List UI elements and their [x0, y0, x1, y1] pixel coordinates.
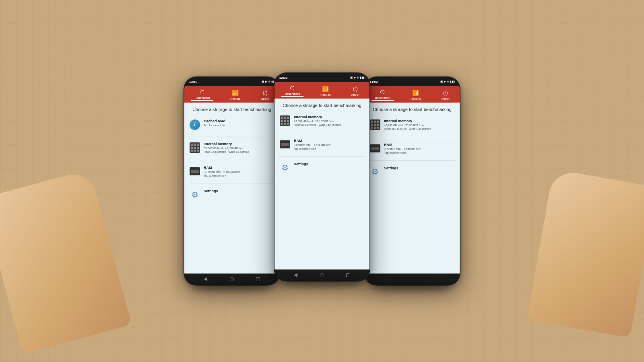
- settings-icon-2: ⚙: [279, 162, 291, 173]
- ram-icon-1: [189, 166, 200, 177]
- ram-item-2[interactable]: RAM 3,650MB total · 1,516MB free Tap to …: [279, 137, 365, 152]
- internal-memory-icon-3: [369, 119, 381, 130]
- gear-icon-1: ⚙: [190, 189, 200, 200]
- about-icon-3: ⟨/⟩: [443, 90, 448, 97]
- ram-name-3: RAM: [384, 143, 421, 147]
- settings-item-1[interactable]: ⚙ Settings: [189, 187, 275, 202]
- phone-shadow-1: [192, 284, 272, 292]
- internal-memory-text-2: Internal memory 43,698MB total · 22,162M…: [294, 115, 341, 127]
- ram-name-2: RAM: [294, 139, 330, 143]
- cached-read-name: Cached read: [204, 119, 225, 123]
- ram-name-1: RAM: [204, 166, 240, 170]
- gear-icon-3: ⚙: [370, 167, 380, 177]
- ram-icon-2: [279, 139, 291, 150]
- page-title-2: Choose a storage to start benchmarking: [279, 103, 365, 109]
- internal-memory-item-2[interactable]: Internal memory 43,698MB total · 22,162M…: [279, 113, 365, 128]
- status-time-3: 14:02: [369, 80, 378, 84]
- phone-1-wrapper: 13:58 ▣ ▶ ⊕ ▮▮ ⏱ Benchmark 📶 Results ⟨/⟩: [187, 76, 277, 286]
- gear-icon-2: ⚙: [280, 162, 290, 173]
- separator-1a: [189, 136, 275, 136]
- separator-3b: [369, 160, 455, 160]
- nav-btn-recent-1[interactable]: [254, 276, 262, 282]
- internal-memory-item-1[interactable]: Internal memory 53,043MB total · 42,956M…: [189, 140, 275, 155]
- separator-3a: [369, 137, 455, 137]
- results-icon-1: 📶: [232, 90, 239, 97]
- tab-results-2[interactable]: 📶 Results: [317, 85, 334, 97]
- settings-item-3[interactable]: ⚙ Settings: [369, 165, 455, 179]
- settings-item-2[interactable]: ⚙ Settings: [279, 160, 365, 175]
- phone-2-wrapper: 22:30 ▣ ▶ ⊕ ▮▮▮ ⏱ Benchmark 📶 Results ⟨/…: [277, 72, 367, 282]
- internal-memory-name-1: Internal memory: [204, 142, 249, 146]
- scene: 13:58 ▣ ▶ ⊕ ▮▮ ⏱ Benchmark 📶 Results ⟨/⟩: [0, 0, 644, 362]
- app-header-2: ⏱ Benchmark 📶 Results ⟨/⟩ About: [275, 82, 369, 99]
- tab-about-1[interactable]: ⟨/⟩ About: [258, 89, 272, 101]
- nav-btn-recent-2[interactable]: [344, 272, 352, 278]
- cached-read-item[interactable]: i Cached read Tap for more info: [189, 117, 275, 132]
- bottom-nav-3: [365, 274, 460, 285]
- page-title-1: Choose a storage to start benchmarking: [189, 107, 275, 113]
- nav-btn-home-1[interactable]: [228, 276, 236, 282]
- about-icon-1: ⟨/⟩: [262, 90, 268, 97]
- status-icons-2: ▣ ▶ ⊕ ▮▮▮: [350, 76, 365, 79]
- chip-icon-1: [190, 142, 200, 153]
- status-bar-1: 13:58 ▣ ▶ ⊕ ▮▮: [184, 77, 279, 86]
- tab-about-2[interactable]: ⟨/⟩ About: [348, 85, 362, 97]
- tab-benchmark-3[interactable]: ⏱ Benchmark: [372, 88, 393, 101]
- ram-detail-3: 3,725MB total · 1,540MB free Tap to benc…: [384, 147, 421, 154]
- settings-name-2: Settings: [294, 162, 308, 166]
- status-icons-1: ▣ ▶ ⊕ ▮▮: [262, 80, 275, 83]
- phone-3-wrapper: 14:02 ▣ ▶ ⊕ ▮▮▮ ⏱ Benchmark 📶 Results ⟨/…: [367, 76, 457, 286]
- internal-memory-name-3: Internal memory: [384, 119, 431, 123]
- page-title-3: Choose a storage to start benchmarking: [369, 107, 455, 113]
- ram-text-3: RAM 3,725MB total · 1,540MB free Tap to …: [384, 143, 421, 154]
- ram-item-3[interactable]: RAM 3,725MB total · 1,540MB free Tap to …: [369, 141, 455, 156]
- cached-read-text: Cached read Tap for more info: [204, 119, 225, 127]
- tab-benchmark-2[interactable]: ⏱ Benchmark: [281, 84, 303, 97]
- tab-results-3[interactable]: 📶 Results: [407, 89, 424, 101]
- benchmark-icon-1: ⏱: [199, 89, 205, 96]
- about-icon-2: ⟨/⟩: [353, 86, 358, 93]
- settings-text-1: Settings: [204, 189, 218, 193]
- internal-memory-detail-1: 53,043MB total · 42,956MB free Read 153.…: [204, 146, 249, 154]
- benchmark-icon-3: ⏱: [380, 89, 385, 96]
- cached-read-detail: Tap for more info: [204, 123, 225, 127]
- ram-detail-1: 3,780MB total · 2,463MB free Tap to benc…: [204, 170, 240, 177]
- ram-chip-2: [280, 140, 290, 148]
- settings-name-3: Settings: [384, 166, 398, 170]
- bottom-nav-1: [184, 274, 279, 285]
- app-content-1: Choose a storage to start benchmarking i…: [184, 103, 279, 274]
- separator-1c: [189, 183, 275, 183]
- settings-text-2: Settings: [294, 162, 308, 166]
- phone-2: 22:30 ▣ ▶ ⊕ ▮▮▮ ⏱ Benchmark 📶 Results ⟨/…: [274, 72, 370, 282]
- separator-2b: [279, 156, 365, 156]
- status-icons-3: ▣ ▶ ⊕ ▮▮▮: [440, 80, 455, 83]
- separator-1b: [189, 160, 275, 160]
- ram-chip-3: [370, 144, 380, 152]
- ram-text-2: RAM 3,650MB total · 1,516MB free Tap to …: [294, 139, 330, 150]
- settings-text-3: Settings: [384, 166, 398, 170]
- nav-btn-back-2[interactable]: [292, 272, 300, 278]
- status-bar-3: 14:02 ▣ ▶ ⊕ ▮▮▮: [365, 77, 460, 86]
- status-time-2: 22:30: [279, 76, 287, 80]
- status-bar-2: 22:30 ▣ ▶ ⊕ ▮▮▮: [275, 73, 369, 82]
- phone-shadow-2: [282, 280, 362, 288]
- ram-item-1[interactable]: RAM 3,780MB total · 2,463MB free Tap to …: [189, 164, 275, 179]
- settings-icon-1: ⚙: [189, 189, 200, 200]
- ram-chip-1: [190, 167, 200, 175]
- chip-icon-2: [280, 115, 290, 126]
- app-content-3: Choose a storage to start benchmarking: [365, 103, 460, 274]
- nav-btn-home-2[interactable]: [318, 272, 326, 278]
- left-hand: [0, 169, 132, 354]
- app-content-2: Choose a storage to start benchmarking: [275, 99, 369, 269]
- tab-results-1[interactable]: 📶 Results: [227, 89, 244, 101]
- internal-memory-item-3[interactable]: Internal memory 47,747MB total · 36,950M…: [369, 117, 455, 132]
- tab-about-3[interactable]: ⟨/⟩ About: [438, 89, 452, 101]
- cached-read-icon: i: [189, 119, 200, 130]
- nav-btn-back-1[interactable]: [202, 276, 210, 282]
- bottom-nav-2: [275, 269, 369, 281]
- ram-text-1: RAM 3,780MB total · 2,463MB free Tap to …: [204, 166, 240, 177]
- benchmark-icon-2: ⏱: [289, 85, 295, 92]
- results-icon-3: 📶: [412, 90, 419, 97]
- internal-memory-icon-1: [189, 142, 200, 153]
- tab-benchmark-1[interactable]: ⏱ Benchmark: [191, 88, 213, 101]
